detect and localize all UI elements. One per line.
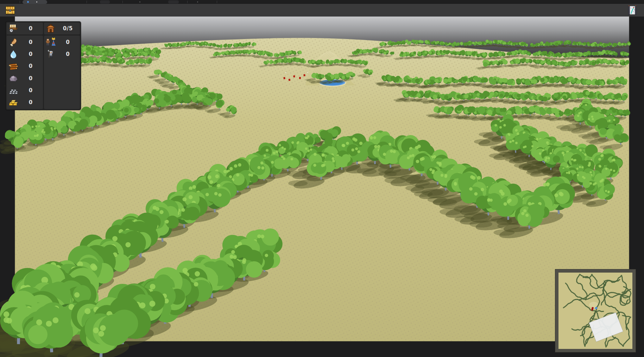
- tab-separator: [122, 1, 123, 3]
- supply-cart-icon: [7, 24, 20, 33]
- cart-storage-value: 0: [20, 25, 43, 32]
- gold-ingots-icon: [7, 98, 20, 107]
- population-column-spacer: [44, 60, 80, 108]
- villagers-icon: [44, 38, 57, 47]
- minimap[interactable]: [555, 269, 636, 352]
- tab-separator: [217, 1, 217, 3]
- soldiers-value: 0: [57, 51, 80, 57]
- population-row-villagers: 0: [44, 36, 80, 48]
- tab-separator: [20, 1, 20, 3]
- house-icon: [44, 24, 57, 33]
- water-value: 0: [20, 51, 43, 57]
- resource-row-gold: 0: [7, 96, 43, 108]
- housing-cell: 0/5: [44, 23, 80, 34]
- population-row-soldiers: 0: [44, 48, 80, 60]
- stone-value: 0: [20, 75, 43, 82]
- meat-icon: [7, 38, 20, 47]
- tab-separator: [87, 1, 87, 3]
- tab-favicon-dot: [139, 1, 140, 2]
- active-tab[interactable]: [23, 0, 47, 4]
- wood-logs-icon: [7, 62, 20, 71]
- inventory-chest-button[interactable]: [5, 5, 16, 15]
- cart-storage-cell: 0: [7, 23, 43, 34]
- iron-ingots-icon: [7, 86, 20, 95]
- tab-favicon-icon: [27, 1, 29, 3]
- iron-value: 0: [20, 87, 43, 94]
- housing-value: 0/5: [57, 25, 80, 32]
- resource-row-stone: 0: [7, 72, 43, 84]
- world-map-button[interactable]: [627, 5, 638, 15]
- treasure-chest-icon: [5, 5, 16, 15]
- browser-tabstrip: [0, 0, 644, 4]
- resource-row-wood: 0: [7, 60, 43, 72]
- resource-row-iron: 0: [7, 84, 43, 96]
- resource-row-water: 0: [7, 48, 43, 60]
- game-viewport[interactable]: [0, 17, 644, 357]
- game-toolbar: [0, 4, 644, 17]
- villagers-value: 0: [57, 39, 80, 45]
- population-column: 0 0: [44, 36, 80, 109]
- stone-icon: [7, 74, 20, 83]
- wood-value: 0: [20, 63, 43, 69]
- map-scroll-icon: [627, 5, 638, 15]
- tab-separator: [187, 1, 188, 3]
- inactive-tab[interactable]: [100, 0, 110, 4]
- resources-column: 0 0 0 0 0 0: [7, 36, 43, 109]
- tab-favicon-dot: [197, 1, 198, 2]
- tab-close-dot-icon: [36, 1, 37, 2]
- resource-row-meat: 0: [7, 36, 43, 48]
- water-drop-icon: [7, 50, 20, 59]
- gold-value: 0: [20, 99, 43, 106]
- resource-panel: 0 0/5 0 0 0 0 0: [6, 21, 81, 110]
- inactive-tab[interactable]: [168, 0, 179, 4]
- soldier-icon: [44, 50, 57, 59]
- meat-value: 0: [20, 39, 43, 45]
- app-window: 0 0/5 0 0 0 0 0: [0, 0, 644, 357]
